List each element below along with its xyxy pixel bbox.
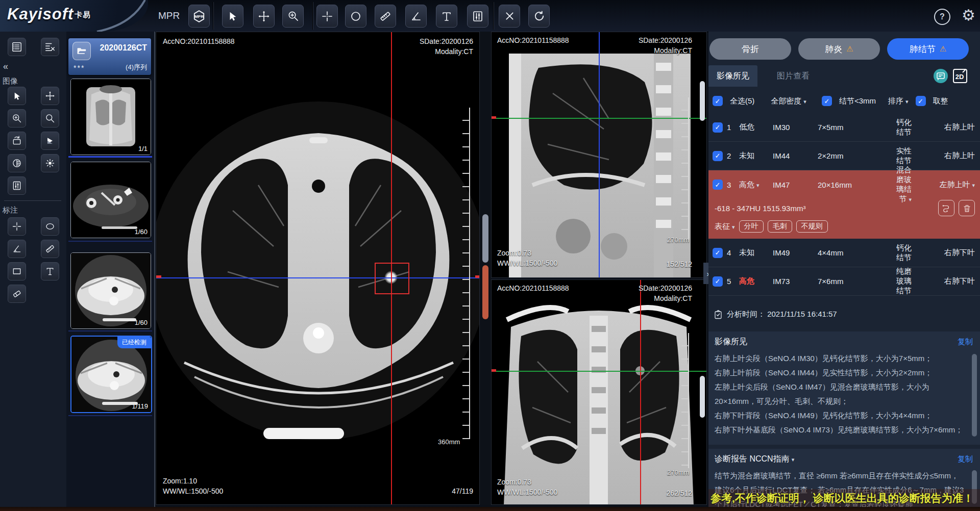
feature-tag-lobulation[interactable]: 分叶 — [739, 220, 764, 233]
series-list-button[interactable] — [8, 38, 26, 56]
coronal-vertical-crosshair[interactable] — [640, 280, 641, 505]
nodule-row-5[interactable]: ✓ 5 高危 IM73 7×6mm 纯磨玻璃结节 右肺下叶 — [708, 267, 980, 296]
invert-button[interactable] — [8, 154, 26, 172]
location-dropdown[interactable]: 左肺上叶▾ — [925, 180, 975, 190]
round-checkbox[interactable]: ✓ — [916, 96, 926, 106]
annotation-section-label: 标注 — [3, 206, 18, 215]
study-header[interactable]: 20200126CT *** (4)序列 — [68, 38, 151, 75]
settings-gear-icon[interactable]: ⚙ — [962, 6, 975, 24]
findings-scrollbar[interactable] — [972, 354, 977, 437]
thumbnail-slice-count: 1/60 — [135, 228, 148, 236]
crosshair-tool-button[interactable] — [316, 5, 338, 28]
nodule-row-4[interactable]: ✓ 4 未知 IM49 4×4mm 钙化结节 右肺下叶 — [708, 239, 980, 267]
sort-dropdown[interactable]: 排序▾ — [888, 96, 909, 106]
folder-open-icon[interactable] — [72, 42, 91, 60]
coronal-scrollbar-handle[interactable] — [700, 376, 705, 418]
nodule-row-1[interactable]: ✓ 1 低危 IM30 7×5mm 钙化结节 右肺上叶 — [708, 113, 980, 142]
tab-fracture[interactable]: 骨折 — [709, 38, 791, 60]
ellipse-tool-button[interactable] — [345, 5, 366, 28]
annot-crosshair-button[interactable] — [8, 217, 26, 236]
mpr-mode-button[interactable]: MPR — [188, 5, 210, 28]
row-checkbox[interactable]: ✓ — [713, 276, 723, 287]
rotate-view-button[interactable] — [8, 132, 26, 150]
flip-view-button[interactable] — [41, 132, 59, 150]
brightness-button[interactable] — [41, 154, 59, 172]
followup-curve-button[interactable] — [938, 200, 954, 216]
layout-close-button[interactable] — [41, 38, 59, 56]
annot-rectangle-button[interactable] — [8, 262, 26, 280]
coronal-viewport[interactable]: 270mm AccNO:202101158888 SDate:20200126M… — [491, 279, 707, 505]
delete-annotation-button[interactable] — [499, 5, 520, 28]
scrollbar-handle-active[interactable] — [482, 265, 488, 319]
thumbnail-axial-detected[interactable]: 已经检测 1/119 — [70, 336, 152, 413]
tab-lung-nodule-active[interactable]: 肺结节⚠ — [887, 38, 969, 60]
row-checkbox[interactable]: ✓ — [713, 248, 723, 258]
collapse-sidebar-button[interactable]: « — [3, 61, 8, 72]
axial-slice-scrollbar-track[interactable] — [480, 32, 491, 505]
axial-ct-image — [156, 32, 480, 505]
density-dropdown[interactable]: 全部密度▾ — [771, 96, 806, 106]
ai-report-chat-icon[interactable] — [933, 68, 948, 85]
scrollbar-handle[interactable] — [482, 214, 488, 263]
nodule-row-2[interactable]: ✓ 2 未知 IM44 2×2mm 实性结节 右肺上叶 — [708, 142, 980, 170]
annot-ruler-button[interactable] — [41, 240, 59, 258]
feature-tag-irregular[interactable]: 不规则 — [796, 220, 828, 233]
delete-nodule-button[interactable] — [959, 200, 975, 216]
bottom-edge-strip — [0, 507, 980, 511]
axial-viewport[interactable]: 360mm AccNO:202101158888 SDate:20200126M… — [156, 32, 480, 505]
feature-tag-spiculation[interactable]: 毛刺 — [768, 220, 792, 233]
axial-scale-ruler — [462, 108, 470, 439]
invert-icon — [12, 158, 22, 168]
report-title[interactable]: 诊断报告 NCCN指南▾ — [715, 454, 794, 465]
thumbnail-scout[interactable]: 1/1 — [70, 79, 151, 155]
pan-tool-button-side[interactable] — [41, 87, 59, 105]
window-level-button[interactable] — [467, 5, 488, 28]
thumbnail-axial-1[interactable]: 1/60 — [70, 162, 151, 238]
sagittal-horizontal-crosshair[interactable] — [492, 118, 707, 119]
row-checkbox[interactable]: ✓ — [713, 151, 723, 161]
sagittal-vertical-crosshair[interactable] — [599, 32, 600, 278]
axial-horizontal-crosshair[interactable] — [156, 277, 480, 278]
text-tool-button[interactable] — [436, 5, 457, 28]
reset-button[interactable] — [528, 5, 550, 28]
tab-pneumonia[interactable]: 肺炎⚠ — [798, 38, 880, 60]
annot-text-button[interactable] — [41, 262, 59, 280]
annot-eraser-button[interactable] — [8, 285, 26, 303]
copy-report-link[interactable]: 复制 — [958, 454, 973, 464]
annot-angle-button[interactable] — [8, 240, 26, 258]
nodule-roi-box[interactable] — [375, 263, 409, 294]
pan-tool-button[interactable] — [253, 5, 275, 28]
window-level-button-side[interactable] — [8, 176, 26, 195]
row-checkbox[interactable]: ✓ — [713, 122, 723, 133]
tab-image-view[interactable]: 图片查看 — [769, 65, 818, 87]
select-all-checkbox[interactable]: ✓ — [713, 96, 723, 106]
help-button[interactable]: ? — [934, 9, 950, 25]
zoom-in-icon — [287, 10, 299, 22]
zoom-tool-button[interactable] — [282, 5, 304, 28]
copy-findings-link[interactable]: 复制 — [958, 337, 973, 347]
select-tool-button[interactable] — [8, 87, 26, 105]
zoom-in-tool-button-side[interactable] — [8, 109, 26, 127]
ellipse-icon — [350, 10, 362, 22]
twod-mode-icon[interactable]: 2D — [952, 68, 968, 85]
ruler-icon — [379, 10, 391, 22]
findings-text: 右肺上叶尖段（SeNO.4 IM30）见钙化结节影，大小为7×5mm； 右肺上叶… — [708, 349, 980, 443]
sagittal-scrollbar-handle[interactable] — [700, 81, 705, 121]
pointer-tool-button[interactable] — [222, 5, 243, 28]
coronal-scale-ruler — [681, 333, 689, 468]
tab-image-findings[interactable]: 影像所见 — [708, 65, 757, 87]
angle-tool-button[interactable] — [405, 5, 427, 28]
annot-ellipse-button[interactable] — [41, 217, 59, 236]
sagittal-viewport[interactable]: 270mm AccNO:202101158888 SDate:20200126M… — [491, 32, 707, 278]
magnify-tool-button[interactable] — [41, 109, 59, 127]
row-checkbox[interactable]: ✓ — [713, 180, 723, 190]
type-dropdown[interactable]: 混合磨玻璃结节▾ — [894, 165, 925, 204]
ruler-tool-button[interactable] — [375, 5, 396, 28]
feature-dropdown[interactable]: 表征▾ — [715, 222, 735, 232]
thumbnail-axial-2[interactable]: 1/60 — [70, 252, 151, 329]
lt3mm-checkbox[interactable]: ✓ — [822, 96, 832, 106]
nodule-hu-volume: -618 - 347HU 1515.93mm³ — [715, 204, 934, 213]
risk-dropdown[interactable]: 高危▾ — [739, 180, 773, 190]
nodule-row-3-expanded[interactable]: ✓ 3 高危▾ IM47 20×16mm 混合磨玻璃结节▾ 左肺上叶▾ -618… — [708, 170, 980, 239]
coronal-horizontal-crosshair[interactable] — [492, 371, 707, 372]
